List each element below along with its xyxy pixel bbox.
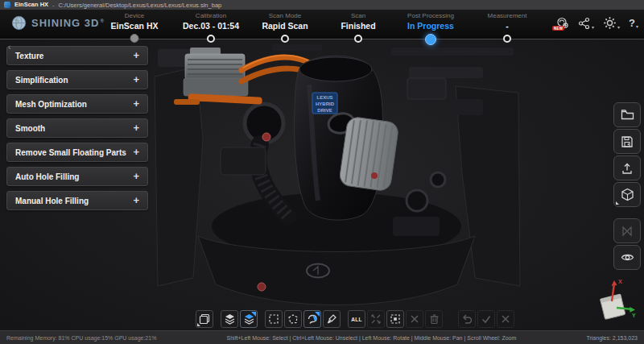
polygon-select-icon (287, 313, 299, 325)
new-badge: NEW (552, 26, 564, 31)
active-corner-marker (315, 312, 320, 317)
invert-selection-button[interactable] (386, 310, 404, 328)
help-button[interactable]: ? ▾ (629, 18, 638, 29)
model-label-hybrid: HYBRID (316, 102, 335, 106)
step-value: Finished (341, 21, 375, 31)
gizmo-y-label: Y (632, 313, 636, 318)
open-project-button[interactable] (613, 102, 641, 127)
step-dot-scan[interactable] (354, 35, 362, 43)
selection-toolbar: ALL (196, 310, 514, 328)
brush-select-button[interactable] (323, 310, 341, 328)
flip-normals-button[interactable] (613, 218, 641, 243)
chevron-down-icon: ▾ (636, 24, 638, 29)
model-label-lexus: LEXUS (316, 95, 332, 100)
confirm-button[interactable] (477, 310, 495, 328)
triangle-count: Triangles: 2,153,023 (586, 335, 638, 341)
3d-viewport[interactable]: LEXUS HYBRID DRIVE ‹ Texture + (0, 39, 644, 330)
scanned-model-engine-bay[interactable]: LEXUS HYBRID DRIVE (151, 43, 522, 310)
panel-label: Simplification (15, 76, 68, 85)
post-processing-sidebar: ‹ Texture + Simplification + Mesh Optimi… (6, 46, 148, 210)
select-all-button[interactable]: ALL (348, 310, 365, 328)
window-file-path: C:/Users/general/Desktop/Lexus/Lexus/Lex… (59, 2, 222, 9)
brand-registered-mark: ® (100, 19, 104, 23)
workflow-step-calibration[interactable]: Calibration Dec.03 - 01:54 (183, 12, 239, 31)
whats-new-button[interactable]: NEW (555, 16, 569, 30)
expand-icon[interactable]: + (133, 76, 139, 84)
panel-smooth[interactable]: Smooth + (6, 118, 148, 138)
gizmo-x-label: X (618, 279, 622, 284)
model-label-drive: DRIVE (317, 108, 332, 113)
settings-button[interactable]: ▾ (603, 16, 620, 30)
rectangle-select-icon (268, 313, 279, 325)
expand-icon[interactable]: + (133, 52, 139, 60)
show-all-data-button[interactable] (221, 310, 238, 328)
overlap-windows-icon (199, 313, 210, 325)
share-button[interactable]: ▾ (578, 17, 594, 30)
unselect-all-button[interactable] (367, 310, 385, 328)
panel-auto-hole-filling[interactable]: Auto Hole Filling + (6, 167, 148, 186)
step-dot-post-processing[interactable] (425, 34, 436, 45)
trash-icon (429, 313, 440, 325)
visibility-button[interactable] (613, 245, 641, 270)
panel-texture[interactable]: Texture + (6, 46, 148, 65)
panel-remove-small-floating-parts[interactable]: Remove Small Floating Parts + (6, 143, 148, 162)
expand-icon[interactable]: + (133, 197, 139, 205)
status-bar: Remaining Memory: 81% CPU usage:15% GPU … (0, 330, 644, 344)
delete-data-button[interactable] (425, 310, 443, 328)
viewport-layout-button[interactable] (196, 310, 213, 328)
unselect-all-icon (370, 313, 382, 325)
eye-icon (621, 252, 634, 263)
cancel-button[interactable] (497, 310, 514, 328)
step-label: Measurement (488, 12, 527, 19)
step-value: Rapid Scan (262, 21, 308, 31)
model-view-button[interactable] (613, 182, 641, 207)
workflow-step-post-processing[interactable]: Post Processing In Progress (407, 12, 454, 31)
chevron-down-icon: ▾ (617, 25, 620, 30)
workflow-step-scan-mode[interactable]: Scan Mode Rapid Scan (262, 12, 308, 31)
sidebar-collapse-icon[interactable]: ‹ (8, 43, 10, 52)
gear-icon (603, 16, 617, 30)
step-dot-scan-mode[interactable] (281, 35, 289, 43)
close-icon (501, 314, 510, 324)
panel-mesh-optimization[interactable]: Mesh Optimization + (6, 94, 148, 114)
step-dot-device[interactable] (130, 34, 139, 43)
file-tool-rail (613, 102, 641, 207)
polygon-select-button[interactable] (284, 310, 302, 328)
export-button[interactable] (613, 155, 641, 180)
workflow-step-scan[interactable]: Scan Finished (341, 12, 375, 31)
help-icon: ? (629, 18, 635, 29)
globe-logo-icon (11, 15, 27, 31)
panel-label: Remove Small Floating Parts (15, 148, 126, 157)
orientation-gizmo[interactable]: X Y (588, 277, 638, 324)
brand-name: SHINING 3D® (31, 17, 105, 29)
step-dot-measurement[interactable] (503, 35, 511, 43)
expand-icon[interactable]: + (133, 100, 139, 108)
submenu-corner-marker (197, 323, 200, 326)
workflow-step-device[interactable]: Device EinScan HX (111, 12, 159, 31)
panel-label: Smooth (15, 124, 45, 133)
expand-icon[interactable]: + (133, 124, 139, 132)
delete-selected-button[interactable] (406, 310, 423, 328)
workflow-step-measurement[interactable]: Measurement - (488, 12, 527, 31)
undo-button[interactable] (458, 310, 476, 328)
expand-icon[interactable]: + (133, 148, 139, 156)
top-header: SHINING 3D® Device EinScan HX Calibratio… (0, 10, 644, 39)
panel-label: Auto Hole Filling (15, 172, 79, 181)
step-label: Scan Mode (262, 12, 308, 19)
upload-icon (621, 162, 634, 175)
save-button[interactable] (613, 129, 641, 154)
rectangle-select-button[interactable] (265, 310, 283, 328)
step-value: - (488, 21, 527, 31)
step-dot-calibration[interactable] (207, 35, 215, 43)
folder-icon (621, 109, 634, 121)
active-corner-marker (251, 312, 256, 317)
panel-label: Texture (15, 52, 43, 60)
save-icon (621, 135, 634, 148)
panel-simplification[interactable]: Simplification + (6, 70, 148, 89)
expand-icon[interactable]: + (133, 172, 139, 180)
lasso-select-button[interactable] (303, 310, 321, 328)
current-data-button[interactable] (240, 310, 258, 328)
panel-manual-hole-filling[interactable]: Manual Hole Filling + (6, 191, 148, 210)
submenu-corner-marker (616, 201, 619, 205)
flip-normals-icon (621, 225, 634, 238)
